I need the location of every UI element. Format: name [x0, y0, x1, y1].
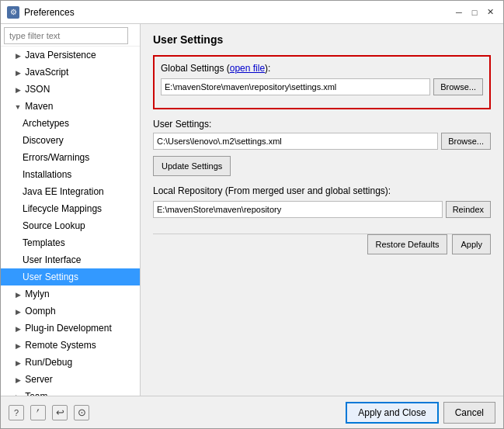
- restore-defaults-button[interactable]: Restore Defaults: [367, 234, 448, 254]
- user-settings-group: User Settings: Browse... Update Settings: [153, 119, 491, 176]
- sidebar-item-plugin-dev[interactable]: ▶ Plug-in Development: [1, 320, 140, 337]
- reindex-button[interactable]: Reindex: [446, 201, 491, 218]
- sidebar-item-java-ee[interactable]: Java EE Integration: [1, 183, 140, 200]
- sidebar-label: Plug-in Development: [25, 323, 111, 334]
- minimize-button[interactable]: ─: [452, 5, 466, 19]
- footer-left: ? ⎖ ↩ ⊙: [9, 405, 89, 420]
- sidebar-label: Java Persistence: [25, 50, 96, 61]
- global-settings-label: Global Settings (open file):: [161, 63, 483, 74]
- export-icon[interactable]: ⎖: [30, 405, 46, 420]
- action-bar: Restore Defaults Apply: [153, 234, 491, 254]
- title-bar: ⚙ Preferences ─ □ ✕: [1, 1, 503, 24]
- global-settings-row: Browse...: [161, 78, 483, 95]
- sidebar-label: Run/Debug: [25, 357, 72, 368]
- sidebar-item-server[interactable]: ▶ Server: [1, 371, 140, 388]
- sidebar-label: Errors/Warnings: [23, 152, 89, 163]
- sidebar-item-javascript[interactable]: ▶ JavaScript: [1, 64, 140, 81]
- expand-icon: ▶: [13, 375, 23, 385]
- expand-icon: ▼: [13, 102, 23, 112]
- title-controls: ─ □ ✕: [452, 5, 497, 19]
- footer: ? ⎖ ↩ ⊙ Apply and Close Cancel: [1, 396, 503, 428]
- title-bar-left: ⚙ Preferences: [7, 6, 75, 19]
- preferences-window: ⚙ Preferences ─ □ ✕ ▶ Java Persistence ▶…: [0, 0, 504, 429]
- sidebar-item-user-settings[interactable]: User Settings: [1, 268, 140, 285]
- sidebar-item-run-debug[interactable]: ▶ Run/Debug: [1, 354, 140, 371]
- sidebar-label: User Interface: [23, 254, 81, 265]
- sidebar-label: Server: [25, 374, 52, 385]
- sidebar-label: Discovery: [23, 135, 64, 146]
- local-repo-group: Local Repository (From merged user and g…: [153, 185, 491, 218]
- sidebar-label: Lifecycle Mappings: [23, 203, 102, 214]
- settings-icon[interactable]: ⊙: [74, 405, 89, 420]
- sidebar-item-installations[interactable]: Installations: [1, 166, 140, 183]
- expand-icon: ▶: [13, 85, 23, 95]
- expand-icon: ▶: [13, 51, 23, 61]
- global-settings-input[interactable]: [161, 78, 430, 95]
- right-panel: User Settings Global Settings (open file…: [141, 24, 503, 396]
- user-settings-input[interactable]: [153, 133, 438, 150]
- sidebar-item-lifecycle[interactable]: Lifecycle Mappings: [1, 200, 140, 217]
- footer-right: Apply and Close Cancel: [346, 402, 495, 424]
- expand-icon: ▶: [13, 68, 23, 78]
- window-title: Preferences: [24, 7, 75, 18]
- update-settings-row: Update Settings: [153, 156, 491, 176]
- global-settings-group: Global Settings (open file): Browse...: [153, 55, 491, 109]
- sidebar-label: Remote Systems: [25, 340, 96, 351]
- sidebar-label: Java EE Integration: [23, 186, 104, 197]
- main-content: ▶ Java Persistence ▶ JavaScript ▶ JSON ▼…: [1, 24, 503, 396]
- local-repo-label: Local Repository (From merged user and g…: [153, 185, 491, 196]
- sidebar-label: JavaScript: [25, 67, 68, 78]
- expand-icon: ▶: [13, 324, 23, 334]
- user-browse-button[interactable]: Browse...: [441, 133, 491, 150]
- sidebar-item-java-persistence[interactable]: ▶ Java Persistence: [1, 47, 140, 64]
- filter-input[interactable]: [4, 27, 128, 44]
- sidebar-item-maven[interactable]: ▼ Maven: [1, 98, 140, 115]
- apply-button[interactable]: Apply: [452, 234, 491, 254]
- sidebar-item-errors-warnings[interactable]: Errors/Warnings: [1, 149, 140, 166]
- sidebar-item-user-interface[interactable]: User Interface: [1, 251, 140, 268]
- expand-icon: ▶: [13, 307, 23, 317]
- sidebar-item-mylyn[interactable]: ▶ Mylyn: [1, 285, 140, 303]
- sidebar-item-source-lookup[interactable]: Source Lookup: [1, 217, 140, 234]
- sidebar-label: Archetypes: [23, 118, 69, 129]
- sidebar-label: Source Lookup: [23, 220, 85, 231]
- sidebar-item-remote-systems[interactable]: ▶ Remote Systems: [1, 337, 140, 354]
- apply-and-close-button[interactable]: Apply and Close: [346, 402, 438, 424]
- update-settings-button[interactable]: Update Settings: [153, 156, 231, 176]
- close-button[interactable]: ✕: [483, 5, 497, 19]
- sidebar-label: JSON: [25, 84, 50, 95]
- page-title: User Settings: [153, 33, 491, 46]
- maximize-button[interactable]: □: [468, 5, 481, 19]
- user-settings-label: User Settings:: [153, 119, 491, 130]
- sidebar-item-templates[interactable]: Templates: [1, 234, 140, 251]
- sidebar-item-json[interactable]: ▶ JSON: [1, 81, 140, 98]
- sidebar-item-team[interactable]: ▶ Team: [1, 388, 140, 396]
- expand-icon: ▶: [13, 358, 23, 368]
- sidebar-label: Installations: [23, 169, 71, 180]
- user-settings-row: Browse...: [153, 133, 491, 150]
- window-icon: ⚙: [7, 6, 19, 19]
- global-browse-button[interactable]: Browse...: [433, 78, 483, 95]
- sidebar-label: Maven: [25, 101, 53, 112]
- cancel-button[interactable]: Cancel: [443, 402, 495, 424]
- help-icon[interactable]: ?: [9, 405, 24, 420]
- local-repo-input[interactable]: [153, 201, 443, 218]
- sidebar-item-archetypes[interactable]: Archetypes: [1, 115, 140, 132]
- sidebar-label: Oomph: [25, 306, 55, 317]
- expand-icon: ▶: [13, 290, 23, 299]
- sidebar-label: Templates: [23, 237, 65, 248]
- local-repo-row: Reindex: [153, 201, 491, 218]
- sidebar-label: User Settings: [23, 272, 78, 282]
- import-icon[interactable]: ↩: [52, 405, 68, 420]
- open-file-link[interactable]: open file: [230, 63, 265, 74]
- sidebar-item-discovery[interactable]: Discovery: [1, 132, 140, 149]
- expand-icon: ▶: [13, 341, 23, 351]
- left-panel: ▶ Java Persistence ▶ JavaScript ▶ JSON ▼…: [1, 24, 141, 396]
- sidebar-label: Mylyn: [25, 289, 49, 299]
- sidebar-item-oomph[interactable]: ▶ Oomph: [1, 303, 140, 320]
